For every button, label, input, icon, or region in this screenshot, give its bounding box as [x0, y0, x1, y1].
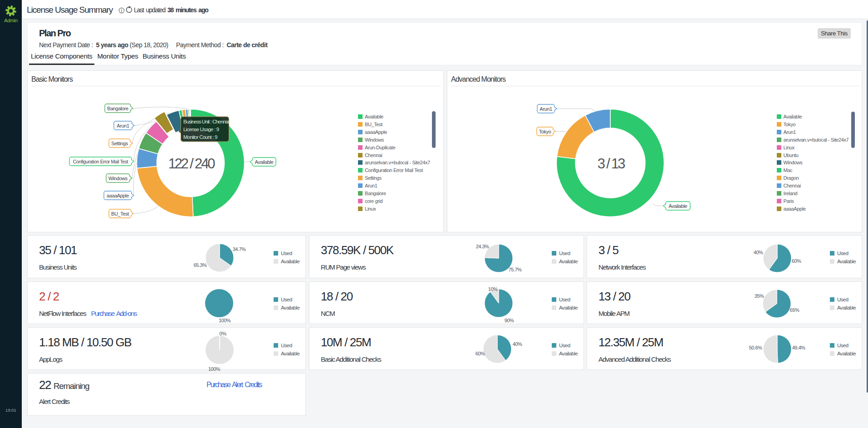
svg-text:Bangalore: Bangalore [107, 106, 128, 111]
svg-text:License Usage : 9: License Usage : 9 [183, 127, 219, 132]
svg-text:Available: Available [669, 203, 687, 209]
svg-text:Arun1: Arun1 [117, 123, 129, 128]
svg-text:Windows: Windows [108, 176, 128, 181]
svg-text:122 / 240: 122 / 240 [168, 156, 215, 172]
svg-text:Arun1: Arun1 [539, 106, 552, 112]
svg-text:3 / 13: 3 / 13 [598, 156, 625, 172]
svg-text:aaaaApple: aaaaApple [107, 193, 129, 198]
svg-text:Configuration Error Mail Test: Configuration Error Mail Test [73, 159, 128, 164]
svg-text:Settings: Settings [111, 141, 128, 146]
svg-text:Monitor Count : 9: Monitor Count : 9 [183, 134, 217, 140]
svg-text:Available: Available [255, 159, 274, 165]
svg-text:BU_Test: BU_Test [111, 211, 129, 216]
svg-text:Business Unit : Chennai: Business Unit : Chennai [183, 119, 229, 124]
svg-text:Tokyo: Tokyo [539, 129, 551, 134]
